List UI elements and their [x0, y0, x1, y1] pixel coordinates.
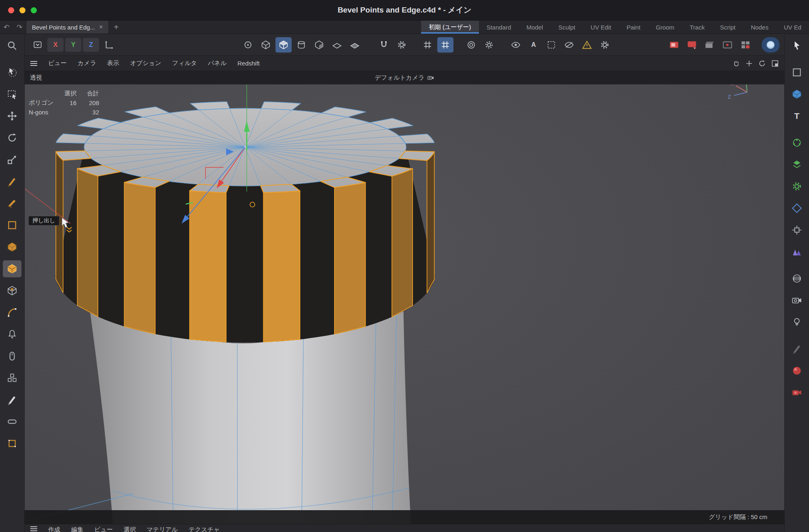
spline-arc-icon[interactable] [3, 304, 21, 321]
coordinate-system-icon[interactable] [101, 37, 117, 53]
selection-frame-icon[interactable] [543, 37, 559, 53]
bevel-tool-icon[interactable] [3, 413, 21, 430]
render-view-button[interactable] [666, 37, 682, 53]
lock-workplane-button[interactable] [347, 37, 363, 53]
layout-standard[interactable]: Standard [479, 21, 519, 34]
sculpt-pen-icon[interactable] [3, 391, 21, 408]
close-window-button[interactable] [8, 7, 14, 13]
object-axis-button[interactable] [311, 37, 327, 53]
polygon-mode-button[interactable] [275, 37, 292, 53]
rectangle-selection-icon[interactable] [3, 86, 21, 103]
zoom-tool-icon[interactable] [3, 37, 21, 54]
team-render-button[interactable] [737, 37, 754, 53]
render-camera-red-icon[interactable] [788, 384, 806, 401]
view-cube-icon[interactable] [788, 86, 806, 103]
bottom-menu-edit[interactable]: 編集 [71, 526, 83, 532]
move-tool-icon[interactable] [3, 108, 21, 125]
viewport-zoom-icon[interactable] [745, 60, 753, 67]
layout-track[interactable]: Track [682, 21, 712, 34]
layout-uvedit[interactable]: UV Edit [583, 21, 619, 34]
array-object-icon[interactable] [788, 156, 806, 173]
redo-button[interactable]: ↷ [13, 21, 26, 34]
display-settings-gear-icon[interactable] [597, 37, 613, 53]
texture-mode-icon[interactable] [3, 282, 21, 299]
quantize-button[interactable] [437, 37, 453, 53]
visibility-eye-icon[interactable] [508, 37, 524, 53]
zoom-window-button[interactable] [31, 7, 37, 13]
layout-initial[interactable]: 初期 (ユーザー) [421, 21, 479, 34]
mouse-mode-icon[interactable] [3, 348, 21, 365]
globe-icon[interactable] [788, 270, 806, 287]
bottom-menu-material[interactable]: マテリアル [147, 526, 178, 532]
vp-menu-view[interactable]: ビュー [48, 59, 67, 67]
edge-mode-button[interactable] [258, 37, 274, 53]
rotate-tool-icon[interactable] [3, 129, 21, 146]
points-object-icon[interactable] [788, 134, 806, 151]
new-tab-button[interactable]: + [109, 21, 123, 34]
tab-close-icon[interactable]: × [99, 23, 103, 31]
snap-magnet-button[interactable] [376, 37, 392, 53]
bottom-menu-view[interactable]: ビュー [94, 526, 113, 532]
y-axis-lock-button[interactable]: Y [65, 38, 81, 52]
layout-script[interactable]: Script [712, 21, 743, 34]
material-red-icon[interactable] [788, 362, 806, 379]
array-cubes-icon[interactable] [3, 369, 21, 386]
document-tab[interactable]: Bevel Points and Edg... × [26, 21, 109, 34]
select-arrow-icon[interactable] [788, 37, 806, 54]
layout-paint[interactable]: Paint [619, 21, 648, 34]
ngon-warning-icon[interactable] [579, 37, 595, 53]
frame-tool-icon[interactable] [3, 217, 21, 234]
extrude-region-icon[interactable] [3, 435, 21, 452]
viewport-canvas[interactable]: 透視 デフォルトカメラ 選択 合計 ポリゴン 16 20 [25, 71, 784, 524]
vp-menu-redshift[interactable]: Redshift [237, 60, 260, 67]
view-type-label[interactable]: 透視 [30, 74, 42, 82]
vp-menu-panel[interactable]: パネル [208, 59, 227, 67]
text-tool-icon[interactable]: T [788, 108, 806, 125]
minimize-window-button[interactable] [19, 7, 25, 13]
scene-3d-model[interactable] [25, 71, 784, 524]
z-axis-lock-button[interactable]: Z [83, 38, 99, 52]
deformer-icon[interactable] [788, 243, 806, 260]
model-mode-icon[interactable] [3, 239, 21, 255]
light-object-icon[interactable] [788, 314, 806, 331]
camera-object-icon[interactable] [788, 292, 806, 309]
layout-groom[interactable]: Groom [648, 21, 682, 34]
camera-label-group[interactable]: デフォルトカメラ [375, 74, 434, 82]
bottom-menu-select[interactable]: 選択 [124, 526, 136, 532]
knife-tool-icon[interactable] [3, 195, 21, 212]
bottom-menu-texture[interactable]: テクスチャ [188, 526, 220, 532]
modeling-settings-button[interactable] [481, 37, 497, 53]
undo-button[interactable]: ↶ [0, 21, 13, 34]
annotate-pencil-icon[interactable] [788, 340, 806, 357]
layout-nodes[interactable]: Nodes [743, 21, 776, 34]
workplane-button[interactable] [329, 37, 345, 53]
layout-model[interactable]: Model [519, 21, 551, 34]
field-diamond-icon[interactable] [788, 200, 806, 217]
tool-history-icon[interactable] [30, 37, 46, 53]
enable-snap-icon[interactable] [3, 326, 21, 343]
viewport-rotate-icon[interactable] [758, 60, 766, 67]
x-axis-lock-button[interactable]: X [47, 38, 64, 52]
render-settings-button[interactable] [702, 37, 718, 53]
spline-snap-button[interactable] [463, 37, 479, 53]
grid-snap-button[interactable] [419, 37, 436, 53]
bottom-menu-create[interactable]: 作成 [48, 526, 60, 532]
live-selection-icon[interactable] [3, 64, 21, 81]
interactive-render-button[interactable] [762, 37, 779, 53]
snap-settings-gear-icon[interactable] [394, 37, 410, 53]
layout-uvedit-clipped[interactable]: UV Ed [776, 21, 809, 34]
volume-mode-button[interactable] [293, 37, 309, 53]
vp-menu-camera[interactable]: カメラ [78, 59, 96, 67]
vp-menu-display[interactable]: 表示 [107, 59, 119, 67]
pen-tool-icon[interactable] [3, 173, 21, 190]
vp-menu-options[interactable]: オプション [130, 59, 161, 67]
xray-eye-icon[interactable] [561, 37, 577, 53]
polygon-mode-icon[interactable] [3, 260, 21, 277]
viewport-toggle-icon[interactable] [771, 60, 779, 67]
vp-menu-filter[interactable]: フィルタ [172, 59, 197, 67]
points-mode-button[interactable] [240, 37, 256, 53]
axis-cube-icon[interactable] [788, 222, 806, 239]
viewport-hamburger-icon[interactable] [30, 63, 37, 64]
annotation-badge-icon[interactable]: A [525, 37, 542, 53]
layout-sculpt[interactable]: Sculpt [551, 21, 583, 34]
